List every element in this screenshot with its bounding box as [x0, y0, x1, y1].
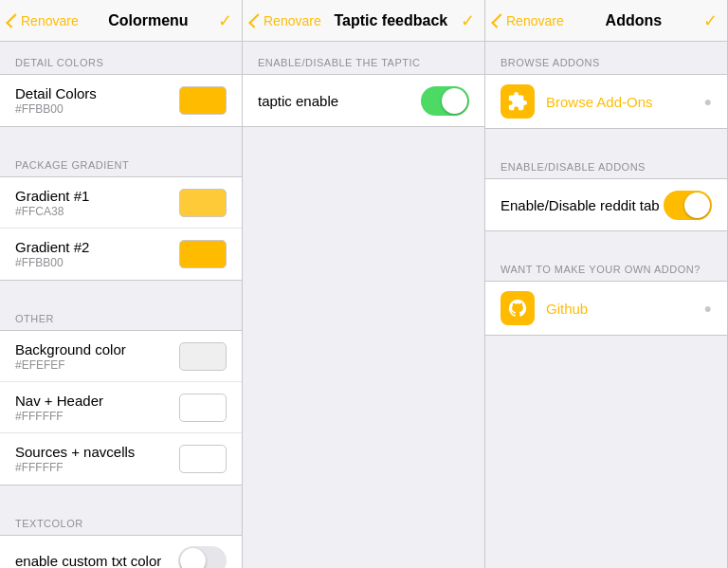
package-gradient-group: Gradient #1 #FFCA38 Gradient #2 #FFBB00: [0, 176, 242, 281]
colormenu-back-label: Renovare: [21, 13, 79, 28]
github-item[interactable]: Github ●: [485, 282, 727, 335]
taptic-group: taptic enable: [243, 74, 484, 127]
list-item[interactable]: Detail Colors #FFBB00: [0, 75, 242, 126]
textcolor-header: TEXTCOLOR: [0, 503, 242, 535]
taptic-nav: Renovare Taptic feedback ✓: [243, 0, 484, 42]
detail-colors-sub: #FFBB00: [15, 102, 179, 116]
back-chevron-icon: [491, 13, 506, 28]
list-item[interactable]: Gradient #1 #FFCA38: [0, 177, 242, 229]
taptic-check-button[interactable]: ✓: [461, 10, 475, 31]
gradient2-swatch[interactable]: [179, 240, 227, 268]
toggle-thumb: [684, 192, 710, 218]
browse-addons-header: BROWSE ADDONS: [485, 42, 727, 74]
browse-addons-item[interactable]: Browse Add-Ons ●: [485, 75, 727, 128]
enable-reddit-label: Enable/Disable reddit tab: [500, 197, 664, 213]
gradient1-sub: #FFCA38: [15, 205, 179, 218]
detail-colors-group: Detail Colors #FFBB00: [0, 74, 242, 127]
enable-reddit-tab-item[interactable]: Enable/Disable reddit tab: [485, 179, 727, 230]
colormenu-check-button[interactable]: ✓: [218, 10, 232, 31]
colormenu-nav: Renovare Colormenu ✓: [0, 0, 242, 42]
list-item[interactable]: Gradient #2 #FFBB00: [0, 229, 242, 280]
back-chevron-icon: [248, 13, 264, 28]
addons-back-label: Renovare: [506, 13, 564, 28]
colormenu-content: DETAIL COLORS Detail Colors #FFBB00 PACK…: [0, 42, 242, 568]
taptic-panel: Renovare Taptic feedback ✓ ENABLE/DISABL…: [243, 0, 485, 568]
addons-panel: Renovare Addons ✓ BROWSE ADDONS Browse A…: [485, 0, 728, 568]
custom-txt-label: enable custom txt color: [15, 553, 178, 568]
taptic-back-button[interactable]: Renovare: [252, 13, 321, 28]
enable-addons-header: ENABLE/DISABLE ADDONS: [485, 146, 727, 178]
back-chevron-icon: [6, 13, 21, 28]
sources-navcells-label: Sources + navcells: [15, 444, 179, 460]
addons-check-button[interactable]: ✓: [703, 10, 718, 31]
disclosure-icon: ●: [704, 94, 712, 109]
make-addon-header: WANT TO MAKE YOUR OWN ADDON?: [485, 248, 727, 281]
detail-colors-header: DETAIL COLORS: [0, 42, 242, 74]
github-icon: [500, 291, 535, 325]
list-item[interactable]: enable custom txt color: [0, 536, 242, 568]
gradient2-sub: #FFBB00: [15, 256, 179, 269]
colormenu-panel: Renovare Colormenu ✓ DETAIL COLORS Detai…: [0, 0, 243, 568]
detail-colors-swatch[interactable]: [179, 86, 227, 115]
enable-addons-group: Enable/Disable reddit tab: [485, 178, 727, 231]
list-item[interactable]: Sources + navcells #FFFFFF: [0, 433, 242, 485]
custom-txt-toggle[interactable]: [178, 546, 227, 568]
sources-navcells-sub: #FFFFFF: [15, 461, 179, 474]
bg-color-label: Background color: [15, 341, 179, 357]
taptic-enable-toggle[interactable]: [421, 86, 469, 116]
addons-back-button[interactable]: Renovare: [495, 13, 564, 28]
colormenu-title: Colormenu: [108, 12, 188, 29]
bg-color-swatch[interactable]: [179, 342, 227, 371]
github-label: Github: [546, 301, 588, 317]
reddit-tab-toggle[interactable]: [664, 191, 712, 220]
disclosure-icon: ●: [704, 301, 712, 316]
nav-header-swatch[interactable]: [179, 394, 227, 422]
list-item[interactable]: taptic enable: [243, 75, 484, 126]
enable-taptic-header: ENABLE/DISABLE THE TAPTIC: [243, 42, 484, 74]
gradient1-label: Gradient #1: [15, 188, 179, 204]
make-addon-group: Github ●: [485, 281, 727, 336]
list-item[interactable]: Nav + Header #FFFFFF: [0, 382, 242, 433]
taptic-enable-label: taptic enable: [258, 93, 421, 109]
taptic-title: Taptic feedback: [334, 12, 447, 29]
gradient2-label: Gradient #2: [15, 239, 179, 255]
addons-nav: Renovare Addons ✓: [485, 0, 727, 42]
textcolor-group: enable custom txt color Text color (Not …: [0, 535, 242, 568]
colormenu-back-button[interactable]: Renovare: [9, 13, 79, 28]
gradient1-swatch[interactable]: [179, 189, 227, 217]
addons-title: Addons: [606, 12, 663, 29]
other-header: OTHER: [0, 298, 242, 330]
nav-header-label: Nav + Header: [15, 393, 179, 409]
puzzle-svg: [507, 91, 528, 112]
other-group: Background color #EFEFEF Nav + Header #F…: [0, 330, 242, 486]
nav-header-sub: #FFFFFF: [15, 410, 179, 423]
toggle-thumb: [180, 548, 206, 568]
taptic-content: ENABLE/DISABLE THE TAPTIC taptic enable: [243, 42, 484, 568]
toggle-thumb: [442, 88, 467, 114]
addons-content: BROWSE ADDONS Browse Add-Ons ● ENABLE/DI…: [485, 42, 727, 568]
taptic-back-label: Renovare: [264, 13, 321, 28]
list-item[interactable]: Background color #EFEFEF: [0, 331, 242, 382]
package-gradient-header: PACKAGE GRADIENT: [0, 144, 242, 176]
sources-navcells-swatch[interactable]: [179, 445, 227, 473]
github-svg: [507, 298, 528, 319]
detail-colors-label: Detail Colors: [15, 85, 179, 101]
browse-addons-group: Browse Add-Ons ●: [485, 74, 727, 129]
bg-color-sub: #EFEFEF: [15, 358, 179, 372]
puzzle-icon: [500, 84, 535, 119]
browse-addons-label: Browse Add-Ons: [546, 94, 653, 110]
